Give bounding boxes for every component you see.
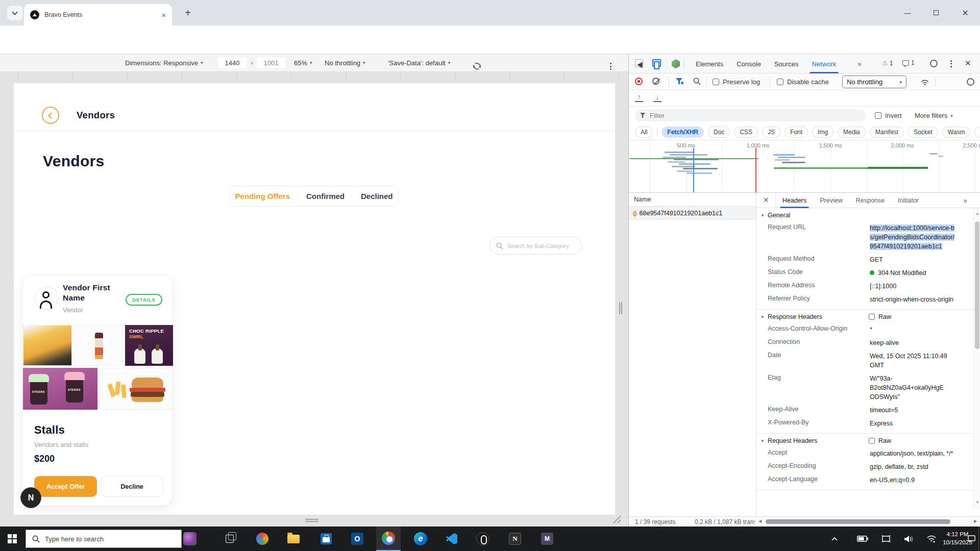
media-app-taskbar-button[interactable]: M — [535, 527, 559, 551]
invert-filter-checkbox[interactable]: Invert — [875, 112, 902, 119]
disable-cache-checkbox[interactable]: Disable cache — [777, 78, 829, 86]
vendor-card[interactable]: Vendor First Name DETAILS Vendor CHOC RI… — [22, 275, 173, 506]
devtools-tab-console[interactable]: Console — [730, 54, 768, 73]
page-back-button[interactable] — [42, 107, 59, 124]
filter-chip-socket[interactable]: Socket — [908, 127, 938, 138]
vertical-scrollbar[interactable]: ▲ ▼ — [973, 208, 980, 510]
chrome-taskbar-button[interactable] — [376, 527, 401, 551]
network-conditions-icon[interactable] — [921, 78, 929, 86]
devtools-close-button[interactable]: ✕ — [965, 59, 971, 68]
issues-warning-badge[interactable]: ⚠1 — [882, 59, 893, 67]
network-timeline-overview[interactable]: 500 ms1,000 ms1,500 ms2,000 ms2,500 ms — [629, 140, 980, 193]
new-tab-button[interactable]: + — [182, 7, 194, 19]
close-details-button[interactable]: ✕ — [756, 193, 776, 208]
pinned-app-flower-taskbar-button[interactable] — [178, 527, 202, 551]
pinned-app-colorwheel-taskbar-button[interactable] — [250, 527, 275, 551]
devtools-menu-button[interactable] — [950, 59, 952, 70]
scroll-right-icon[interactable]: ▶ — [974, 519, 977, 523]
raw-checkbox[interactable]: Raw — [869, 437, 969, 444]
notion-taskbar-button[interactable]: N — [503, 527, 527, 551]
decline-button[interactable]: Decline — [101, 476, 163, 497]
viewport-height-input[interactable]: 1001 — [257, 54, 285, 71]
filter-chip-img[interactable]: Img — [812, 127, 834, 138]
filter-input[interactable]: Filter — [635, 109, 866, 121]
details-tab-initiator[interactable]: Initiator — [891, 193, 925, 208]
throttling-select[interactable]: No throttling▾ — [325, 54, 365, 71]
filter-chip-fetch-xhr[interactable]: Fetch/XHR — [662, 127, 704, 138]
window-minimize-button[interactable]: — — [893, 0, 922, 26]
request-row[interactable]: {} 68e9547f4910219201aeb1c1 — [629, 207, 756, 220]
scroll-down-icon[interactable]: ▼ — [974, 500, 980, 505]
horizontal-scrollbar[interactable]: ◀ ▶ — [757, 518, 980, 525]
filter-chip-other[interactable]: Other — [974, 127, 980, 138]
filter-chip-wasm[interactable]: Wasm — [942, 127, 971, 138]
details-tab-response[interactable]: Response — [849, 193, 891, 208]
export-har-icon[interactable]: ↓ — [653, 93, 662, 102]
tray-show-hidden-icons[interactable] — [827, 527, 842, 551]
microsoft-store-taskbar-button[interactable] — [314, 527, 338, 551]
volume-tray-icon[interactable] — [899, 527, 919, 551]
section-title[interactable]: ▼Request Headers — [761, 437, 869, 444]
battery-tray-icon[interactable] — [853, 527, 872, 551]
details-tab-headers[interactable]: Headers — [776, 193, 813, 208]
network-search-icon[interactable] — [693, 78, 701, 85]
tab-declined[interactable]: Declined — [361, 192, 393, 201]
clear-network-log-button[interactable] — [652, 78, 659, 85]
viewport-resize-handle-bottom[interactable] — [305, 519, 318, 522]
filter-chip-media[interactable]: Media — [838, 127, 866, 138]
tab-confirmed[interactable]: Confirmed — [306, 192, 345, 201]
hscrollbar-thumb[interactable] — [766, 519, 950, 524]
task-view-button-taskbar-button[interactable] — [217, 527, 242, 551]
nodejs-icon[interactable] — [672, 59, 680, 68]
outlook-taskbar-button[interactable]: O — [345, 527, 370, 551]
viewport-resize-handle-right[interactable] — [619, 302, 622, 314]
name-column-header[interactable]: Name — [629, 193, 756, 207]
filter-chip-manifest[interactable]: Manifest — [870, 127, 904, 138]
window-close-button[interactable]: ✕ — [950, 0, 980, 26]
section-title[interactable]: ▼General — [761, 212, 869, 219]
opera-taskbar-button[interactable] — [471, 527, 495, 551]
taskbar-search-input[interactable]: Type here to search — [26, 530, 182, 548]
inspect-element-icon[interactable] — [635, 59, 643, 67]
subcategory-search-input[interactable]: Search by Sub-Category — [489, 237, 582, 255]
cast-tray-icon[interactable] — [877, 527, 895, 551]
section-title[interactable]: ▼Response Headers — [761, 313, 869, 320]
tab-pending-offers[interactable]: Pending Offers — [235, 192, 290, 201]
filter-chip-js[interactable]: JS — [762, 127, 780, 138]
viewport-width-input[interactable]: 1440 — [218, 54, 247, 71]
import-har-icon[interactable]: ↑ — [635, 93, 643, 102]
filter-chip-font[interactable]: Font — [785, 127, 808, 138]
console-messages-badge[interactable]: 1 — [902, 59, 915, 66]
filter-chip-all[interactable]: All — [635, 127, 653, 138]
raw-checkbox[interactable]: Raw — [869, 313, 969, 320]
network-settings-icon[interactable] — [967, 78, 974, 86]
nextjs-dev-badge[interactable]: N — [20, 487, 41, 508]
filter-chip-doc[interactable]: Doc — [708, 127, 730, 138]
edge-taskbar-button[interactable]: e — [408, 527, 433, 551]
devtools-tab-sources[interactable]: Sources — [768, 54, 805, 73]
vscode-taskbar-button[interactable] — [439, 527, 464, 551]
more-detail-tabs-button[interactable]: » — [963, 196, 967, 205]
accept-offer-button[interactable]: Accept Offer — [34, 476, 97, 497]
details-tab-preview[interactable]: Preview — [813, 193, 849, 208]
zoom-select[interactable]: 65%▾ — [294, 54, 312, 71]
show-desktop-button[interactable] — [978, 527, 979, 551]
wifi-tray-icon[interactable] — [922, 527, 941, 551]
more-filters-button[interactable]: More filters▾ — [915, 112, 953, 119]
devtools-tab-network[interactable]: Network — [805, 54, 843, 73]
more-panels-button[interactable]: » — [857, 60, 862, 68]
tab-search-button[interactable] — [7, 6, 22, 20]
network-throttling-select[interactable]: No throttling▾ — [842, 76, 906, 88]
scroll-up-icon[interactable]: ▲ — [974, 211, 980, 216]
tab-close-icon[interactable]: × — [161, 11, 166, 19]
action-center-button[interactable] — [965, 527, 978, 551]
start-button[interactable] — [0, 527, 24, 551]
scrollbar-thumb[interactable] — [975, 221, 979, 349]
browser-tab[interactable]: Bravo Events × — [24, 4, 172, 26]
save-data-select[interactable]: 'Save-Data': default▾ — [388, 54, 450, 71]
preserve-log-checkbox[interactable]: Preserve log — [713, 78, 760, 86]
details-button[interactable]: DETAILS — [126, 294, 162, 306]
window-maximize-button[interactable] — [922, 0, 950, 26]
filter-chip-css[interactable]: CSS — [734, 127, 758, 138]
file-explorer-taskbar-button[interactable] — [281, 527, 306, 551]
